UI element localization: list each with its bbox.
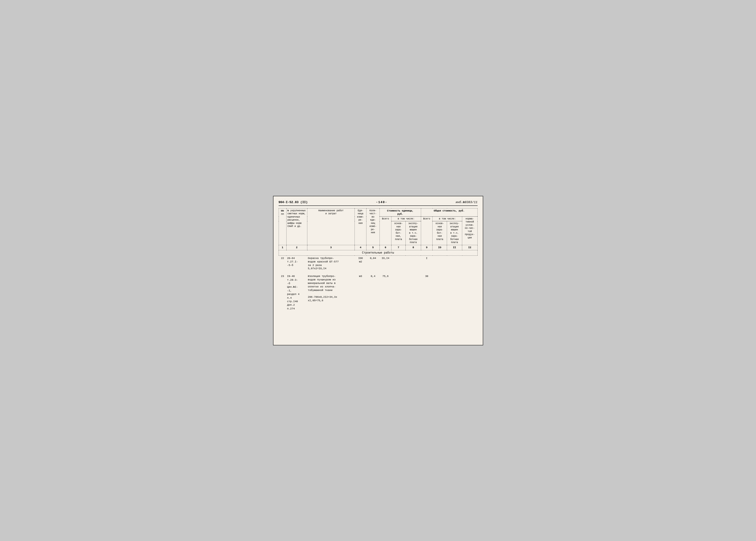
main-table: №№ пп № укрупненных сметных норм, единич… xyxy=(279,208,478,312)
entry-22-qty: 0,04 xyxy=(367,256,380,271)
entry-22-ob-osn xyxy=(432,256,447,271)
entry-23-stoi-osn xyxy=(391,273,406,311)
entry-22-unit: IOOм2 xyxy=(355,256,367,271)
section-title-row: Строительные работы xyxy=(279,250,477,256)
header-row-1: №№ пп № укрупненных сметных норм, единич… xyxy=(279,208,477,217)
inv-number: инб.№8383/11 xyxy=(456,201,478,204)
col-header-3: Наименование работи затрат xyxy=(307,208,355,245)
entry-22-code: 20–64 т.27.I- -5-б xyxy=(286,256,307,271)
col-header-12: норма-тивнойуслов-но-чис-тойпродук-ции xyxy=(462,217,477,245)
col-header-stoi: Стоимость единицы,руб. xyxy=(380,208,421,217)
entry-22-ob-ekspl xyxy=(447,256,462,271)
col-header-7: основ-наязара-бот-ная,плата xyxy=(391,221,406,245)
entry-23-stoi-vsego: 75,6 xyxy=(380,273,391,311)
col-header-6: Всего xyxy=(380,217,391,245)
page-number: -140- xyxy=(376,201,387,204)
entry-22-stoi-osn xyxy=(391,256,406,271)
col-header-11: эксплу-атациямашинв т.ч.зара-ботнаяплата xyxy=(447,221,462,245)
entry-22-id: 22 xyxy=(279,256,286,271)
col-numbers-row: 1 2 3 4 5 6 7 8 9 IO II I2 xyxy=(279,245,477,250)
col-header-4: Еди-ницаизме-ре-ния xyxy=(355,208,367,245)
col-header-10-header: в том числе: xyxy=(432,217,462,221)
entry-23-name: Изоляция трубопро-водов пухшнуром измине… xyxy=(307,273,355,311)
entry-23-unit: м3 xyxy=(355,273,367,311)
entry-23-ob-vsego: 30 xyxy=(421,273,432,311)
col-header-1: №№ пп xyxy=(279,208,286,245)
table-row: 23 I9-46 т.28-3- -б Цен.№I- -I, раздел 4… xyxy=(279,273,477,311)
entry-22-stoi-vsego: IO,I4 xyxy=(380,256,391,271)
entry-22-ob-vsego: I xyxy=(421,256,432,271)
table-row: 22 20–64 т.27.I- -5-б Окраска трубопро-в… xyxy=(279,256,477,271)
page: 904-I-52.83 (II) -140- инб.№8383/11 №№ п… xyxy=(273,196,483,345)
section-title: Строительные работы xyxy=(279,250,477,256)
entry-23-id: 23 xyxy=(279,273,286,311)
doc-id: 904-I-52.83 (II) xyxy=(279,201,308,204)
entry-23-norma xyxy=(462,273,477,311)
entry-22-norma xyxy=(462,256,477,271)
entry-22-name: Окраска трубопро-водов краской БТ-577за … xyxy=(307,256,355,271)
col-header-2: № укрупненных сметных норм, единичных ра… xyxy=(286,208,307,245)
entry-22-stoi-ekspl xyxy=(406,256,421,271)
entry-23-ob-osn xyxy=(432,273,447,311)
col-header-9: Всего xyxy=(421,217,432,245)
entry-23-ob-ekspl xyxy=(447,273,462,311)
page-header: 904-I-52.83 (II) -140- инб.№8383/11 xyxy=(279,201,478,206)
col-header-ob: Общая стоимость, руб. xyxy=(421,208,477,217)
entry-23-stoi-ekspl xyxy=(406,273,421,311)
entry-23-qty: 0,4 xyxy=(367,273,380,311)
col-header-5: Коли-чест-воеди-ницизме-ре-ния xyxy=(367,208,380,245)
entry-23-code: I9-46 т.28-3- -б Цен.№I- -I, раздел 4 п.… xyxy=(286,273,307,311)
spacer-row xyxy=(279,271,477,273)
col-header-10: основ-наязара-бот-наяплата xyxy=(432,221,447,245)
col-header-7-header: в том числе: xyxy=(391,217,421,221)
col-header-8: эксплу-атациямашинв т.ч.зара-ботнаяплата xyxy=(406,221,421,245)
